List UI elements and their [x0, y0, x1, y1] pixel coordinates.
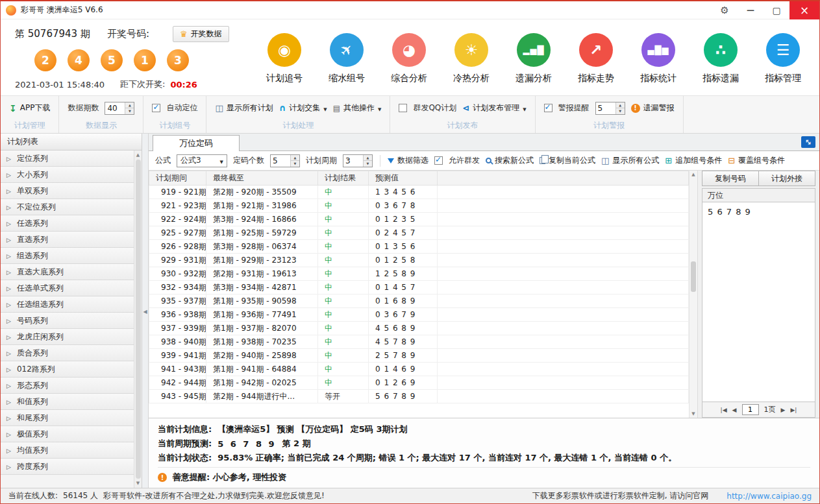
minimize-button[interactable] [738, 1, 764, 19]
copy-numbers-button[interactable]: 复制号码 [702, 171, 759, 186]
sidebar-item[interactable]: 直选大底系列 [1, 264, 134, 280]
sidebar-item[interactable]: 单双系列 [1, 183, 134, 199]
table-row[interactable]: 922 - 924期 第3期 - 924期 - 16866 中 0 1 2 3 … [149, 213, 689, 226]
missing-alert-button[interactable]: 遗漏警报 [631, 102, 675, 114]
sidebar-scrollbar[interactable] [134, 150, 142, 488]
spinner-up-icon[interactable] [364, 155, 372, 162]
table-row[interactable]: 926 - 928期 第3期 - 928期 - 06374 中 0 1 3 5 … [149, 240, 689, 254]
table-row[interactable]: 932 - 934期 第3期 - 934期 - 42871 中 0 1 4 5 … [149, 281, 689, 294]
table-row[interactable]: 943 - 945期 第2期 - 944期进行中... 等开 5 6 7 8 9 [149, 390, 689, 403]
spinner-down-icon[interactable] [364, 161, 372, 167]
formula-select[interactable]: 公式3 [177, 154, 227, 167]
data-filter-button[interactable]: 数据筛选 [388, 155, 429, 166]
table-row[interactable]: 935 - 937期 第1期 - 935期 - 90598 中 0 1 6 8 … [149, 294, 689, 308]
sidebar-splitter[interactable] [142, 134, 149, 488]
scrollbar-track[interactable] [690, 178, 697, 411]
table-row[interactable]: 939 - 941期 第2期 - 940期 - 25898 中 2 5 7 8 … [149, 349, 689, 363]
close-button[interactable] [789, 1, 819, 19]
sidebar-item[interactable]: 龙虎庄闲系列 [1, 329, 134, 345]
nav-button[interactable]: 指标管理 [752, 33, 814, 84]
auto-position-checkbox[interactable] [152, 104, 160, 112]
sidebar-item[interactable]: 任选组选系列 [1, 296, 134, 313]
qq-group-send-checkbox[interactable] [399, 104, 407, 112]
nav-button[interactable]: 指标统计 [627, 33, 690, 84]
allow-group-send-checkbox[interactable] [434, 156, 443, 165]
cycle-input[interactable] [343, 155, 363, 167]
nav-button[interactable]: 冷热分析 [440, 33, 503, 84]
last-page-icon[interactable] [790, 407, 797, 413]
website-link[interactable]: http://www.caipiao.gg [727, 492, 812, 501]
copy-formula-button[interactable]: 复制当前公式 [540, 155, 595, 166]
table-row[interactable]: 938 - 940期 第1期 - 938期 - 70235 中 4 5 7 8 … [149, 335, 689, 349]
settings-button[interactable] [712, 1, 738, 19]
table-row[interactable]: 921 - 923期 第1期 - 921期 - 31986 中 0 3 6 7 … [149, 199, 689, 213]
sidebar-item[interactable]: 和值系列 [1, 394, 134, 410]
page-number-input[interactable] [742, 404, 759, 415]
app-download-button[interactable]: APP下载 [9, 102, 50, 114]
col-header-final[interactable]: 最终截至 [206, 171, 318, 186]
data-periods-input[interactable] [105, 102, 125, 114]
col-header-prediction[interactable]: 预测值 [369, 171, 438, 186]
scroll-down-icon[interactable] [136, 480, 140, 486]
sidebar-item[interactable]: 直选系列 [1, 232, 134, 248]
code-count-input[interactable] [271, 155, 290, 167]
nav-button[interactable]: 指标遗漏 [690, 33, 752, 84]
sidebar-item[interactable]: 不定位系列 [1, 199, 134, 215]
nav-button[interactable]: 遗漏分析 [503, 33, 565, 84]
alert-value-input[interactable] [596, 102, 615, 114]
nav-button[interactable]: 指标走势 [565, 33, 627, 84]
sidebar-item[interactable]: 012路系列 [1, 361, 134, 378]
maximize-button[interactable] [764, 1, 789, 19]
plan-external-button[interactable]: 计划外接 [759, 171, 815, 186]
plan-intersection-dropdown[interactable]: 计划交集 [279, 102, 327, 114]
sidebar-item[interactable]: 形态系列 [1, 378, 134, 394]
tab-wanwei-dingma[interactable]: 万位定码 [153, 135, 240, 151]
sidebar-item[interactable]: 任选系列 [1, 215, 134, 232]
scrollbar-thumb[interactable] [136, 160, 141, 479]
show-all-formulas-button[interactable]: 显示所有公式 [601, 155, 659, 166]
sidebar-item[interactable]: 组选系列 [1, 248, 134, 264]
spinner-down-icon[interactable] [125, 108, 134, 114]
spinner-down-icon[interactable] [291, 161, 299, 167]
spinner-up-icon[interactable] [291, 155, 299, 162]
scroll-down-icon[interactable] [691, 411, 695, 417]
table-row[interactable]: 941 - 943期 第1期 - 941期 - 64884 中 0 1 4 6 … [149, 363, 689, 376]
prev-page-icon[interactable] [732, 407, 737, 413]
sidebar-item[interactable]: 均值系列 [1, 442, 134, 459]
table-row[interactable]: 937 - 939期 第1期 - 937期 - 82070 中 4 5 6 8 … [149, 322, 689, 335]
sidebar-item[interactable]: 质合系列 [1, 345, 134, 361]
table-scrollbar[interactable] [689, 171, 697, 418]
sidebar-item[interactable]: 跨度系列 [1, 459, 134, 475]
table-row[interactable]: 930 - 932期 第2期 - 931期 - 19613 中 1 2 5 8 … [149, 267, 689, 281]
search-formula-button[interactable]: 搜索新公式 [486, 155, 534, 166]
table-row[interactable]: 919 - 921期 第2期 - 920期 - 35509 中 1 3 4 5 … [149, 186, 689, 199]
draw-data-button[interactable]: 开奖数据 [173, 26, 229, 42]
sidebar-item[interactable]: 任选单式系列 [1, 280, 134, 296]
spinner-up-icon[interactable] [125, 102, 134, 109]
publish-mgmt-dropdown[interactable]: 计划发布管理 [462, 102, 526, 114]
table-row[interactable]: 925 - 927期 第1期 - 925期 - 59729 中 0 2 4 5 … [149, 226, 689, 240]
next-page-icon[interactable] [781, 407, 786, 413]
append-condition-button[interactable]: 追加组号条件 [665, 155, 722, 166]
scrollbar-thumb[interactable] [691, 261, 696, 292]
alert-reminder-checkbox[interactable] [544, 104, 553, 112]
sidebar-item[interactable]: 大小系列 [1, 167, 134, 183]
sidebar-item[interactable]: 号码系列 [1, 313, 134, 329]
cover-condition-button[interactable]: 覆盖组号条件 [728, 155, 785, 166]
first-page-icon[interactable] [721, 407, 727, 413]
nav-button[interactable]: 计划追号 [253, 33, 316, 84]
nav-button[interactable]: 缩水组号 [316, 33, 378, 84]
scroll-up-icon[interactable] [691, 171, 695, 178]
other-operations-dropdown[interactable]: 其他操作 [333, 102, 382, 114]
expand-button[interactable] [801, 136, 815, 148]
sidebar-item[interactable]: 定位系列 [1, 150, 134, 167]
col-header-period[interactable]: 计划期间 [149, 171, 206, 186]
table-row[interactable]: 929 - 931期 第1期 - 929期 - 23123 中 0 1 2 5 … [149, 254, 689, 267]
collapse-arrow-icon[interactable] [143, 306, 147, 315]
table-row[interactable]: 942 - 944期 第1期 - 942期 - 02025 中 0 1 2 6 … [149, 376, 689, 390]
col-header-result[interactable]: 计划结果 [318, 171, 369, 186]
spinner-down-icon[interactable] [616, 108, 625, 114]
table-row[interactable]: 936 - 938期 第1期 - 936期 - 77491 中 0 3 6 7 … [149, 308, 689, 322]
scroll-up-icon[interactable] [136, 152, 140, 158]
show-all-plans-button[interactable]: 显示所有计划 [215, 102, 273, 114]
